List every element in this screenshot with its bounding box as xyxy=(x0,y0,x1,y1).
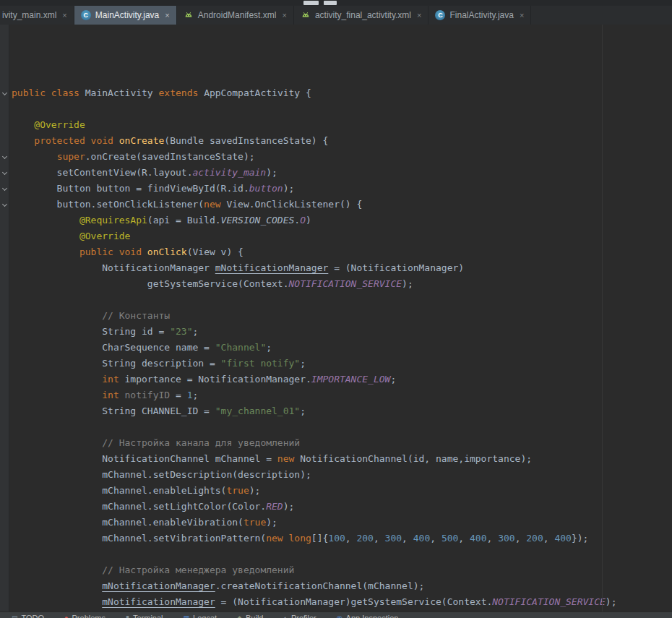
close-tab-icon[interactable]: × xyxy=(282,6,286,25)
tab-label: activity_final_activtity.xml xyxy=(315,6,411,25)
tab-label: FinalActivity.java xyxy=(449,6,513,25)
statusbar-item-label: Profiler xyxy=(291,614,316,618)
code-line: public class MainActivity extends AppCom… xyxy=(12,85,672,101)
chevron-down-icon xyxy=(1,153,7,158)
gutter-line xyxy=(0,356,9,372)
toolbar-remnant xyxy=(324,1,337,5)
gutter-line xyxy=(0,244,9,260)
close-tab-icon[interactable]: × xyxy=(165,6,169,25)
toolbar-remnant xyxy=(303,1,319,5)
gutter-line xyxy=(0,499,9,515)
statusbar-item-terminal[interactable]: ▮Terminal xyxy=(126,614,163,618)
statusbar-item-label: Logcat xyxy=(193,614,217,618)
code-line: CharSequence name = "Channel"; xyxy=(12,340,672,356)
code-line: // Константы xyxy=(12,308,672,324)
gutter-line xyxy=(0,117,9,133)
fold-marker[interactable] xyxy=(0,181,9,197)
gutter-line xyxy=(0,53,9,69)
terminal-icon: ▮ xyxy=(126,614,129,618)
code-line: mNotificationManager = (NotificationMana… xyxy=(12,594,672,610)
code-line: mNotificationManager.createNotificationC… xyxy=(12,578,672,594)
code-line: getSystemService(Context.NOTIFICATION_SE… xyxy=(12,276,672,292)
editor-tab[interactable]: CFinalActivity.java× xyxy=(428,6,531,25)
code-area[interactable]: public class MainActivity extends AppCom… xyxy=(9,25,672,611)
code-line: // Настройка менеджера уведомлений xyxy=(12,562,672,578)
gutter-line xyxy=(0,483,9,499)
fold-marker[interactable] xyxy=(0,197,9,213)
gutter xyxy=(0,25,9,611)
android-icon xyxy=(184,10,194,20)
gutter-line xyxy=(0,372,9,387)
close-tab-icon[interactable]: × xyxy=(62,6,66,25)
close-tab-icon[interactable]: × xyxy=(520,6,524,25)
todo-icon: ▤ xyxy=(12,614,18,618)
gutter-line xyxy=(0,324,9,340)
statusbar-item-todo[interactable]: ▤TODO xyxy=(12,614,44,618)
code-line: Button button = findViewById(R.id.button… xyxy=(12,181,672,197)
code-line: String id = "23"; xyxy=(12,324,672,340)
code-line: @Override xyxy=(12,228,672,244)
gutter-line xyxy=(0,419,9,435)
statusbar-item-logcat[interactable]: ▥Logcat xyxy=(184,614,217,618)
gutter-line xyxy=(0,276,9,292)
build-icon: ◆ xyxy=(237,614,242,618)
statusbar-item-build[interactable]: ◆Build xyxy=(237,614,263,618)
gutter-line xyxy=(0,69,9,85)
gutter-line xyxy=(0,133,9,149)
chevron-down-icon xyxy=(1,201,7,206)
gutter-line xyxy=(0,403,9,419)
code-line: mChannel.enableVibration(true); xyxy=(12,515,672,531)
code-line: button.setOnClickListener(new View.OnCli… xyxy=(12,197,672,213)
tab-label: MainActivity.java xyxy=(95,6,159,25)
code-line: mChannel.enableLights(true); xyxy=(12,483,672,499)
code-line: NotificationManager mNotificationManager… xyxy=(12,260,672,276)
gutter-line xyxy=(0,594,9,610)
code-line: String description = "first notify"; xyxy=(12,356,672,372)
status-bar: ▤TODO●Problems▮Terminal▥Logcat◆Build◐Pro… xyxy=(0,611,672,618)
editor-tab[interactable]: ivity_main.xml× xyxy=(0,6,74,25)
gutter-line xyxy=(0,308,9,324)
editor-tab[interactable]: activity_final_activtity.xml× xyxy=(294,6,429,25)
ide-window: ivity_main.xml×CMainActivity.java×Androi… xyxy=(0,0,672,618)
tab-bar: ivity_main.xml×CMainActivity.java×Androi… xyxy=(0,6,672,25)
gutter-line xyxy=(0,451,9,467)
editor: public class MainActivity extends AppCom… xyxy=(0,25,672,611)
code-line: // Настройка канала для уведомлений xyxy=(12,435,672,451)
fold-marker[interactable] xyxy=(0,85,9,101)
java-class-icon: C xyxy=(81,10,91,20)
gutter-line xyxy=(0,562,9,578)
editor-tab[interactable]: AndroidManifest.xml× xyxy=(177,6,294,25)
gutter-line xyxy=(0,38,9,53)
code-line: NotificationChannel mChannel = new Notif… xyxy=(12,451,672,467)
code-line xyxy=(12,546,672,562)
statusbar-item-problems[interactable]: ●Problems xyxy=(64,614,105,618)
statusbar-item-profiler[interactable]: ◐Profiler xyxy=(283,614,316,618)
code-line: mChannel.setDescription(description); xyxy=(12,467,672,483)
code-line: mChannel.setLightColor(Color.RED); xyxy=(12,499,672,515)
fold-marker[interactable] xyxy=(0,165,9,181)
code-line: protected void onCreate(Bundle savedInst… xyxy=(12,133,672,149)
editor-tab[interactable]: CMainActivity.java× xyxy=(74,6,177,25)
gutter-line xyxy=(0,228,9,244)
java-class-icon: C xyxy=(435,10,445,20)
code-line: String CHANNEL_ID = "my_channel_01"; xyxy=(12,403,672,419)
tab-label: ivity_main.xml xyxy=(2,6,56,25)
right-margin-guide xyxy=(602,25,603,611)
statusbar-item-app-inspection[interactable]: ◎App Inspection xyxy=(337,614,399,618)
chevron-down-icon xyxy=(1,90,7,95)
close-tab-icon[interactable]: × xyxy=(417,6,421,25)
code-line xyxy=(12,292,672,308)
gutter-line xyxy=(0,260,9,276)
logcat-icon: ▥ xyxy=(184,614,190,618)
statusbar-item-label: App Inspection xyxy=(346,614,399,618)
code-line: @Override xyxy=(12,117,672,133)
gutter-line xyxy=(0,292,9,308)
gutter-line xyxy=(0,101,9,117)
code-line: setContentView(R.layout.activity_main); xyxy=(12,165,672,181)
code-line: public void onClick(View v) { xyxy=(12,244,672,260)
code-line xyxy=(12,419,672,435)
chevron-down-icon xyxy=(1,185,7,190)
fold-marker[interactable] xyxy=(0,149,9,165)
statusbar-item-label: TODO xyxy=(22,614,45,618)
statusbar-item-label: Problems xyxy=(72,614,105,618)
